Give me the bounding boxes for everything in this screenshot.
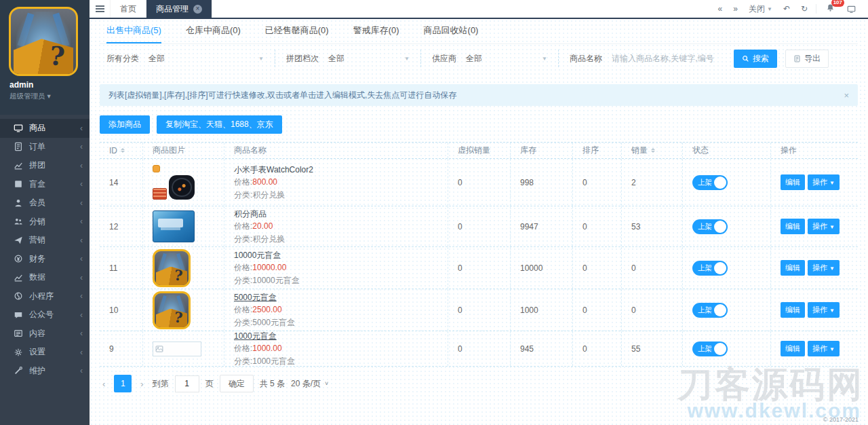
sort-icon[interactable]	[121, 148, 125, 153]
user-role-dropdown[interactable]: 超级管理员 ▾	[9, 92, 90, 101]
goods-id: 10	[100, 289, 143, 331]
refresh-icon[interactable]: ↻	[795, 4, 813, 14]
virtual-sales-value[interactable]: 0	[448, 206, 511, 246]
close-tabs-dropdown[interactable]: 关闭 ▼	[743, 3, 778, 15]
goods-icon	[14, 124, 23, 133]
prev-page-icon[interactable]: ‹	[100, 379, 108, 389]
sidebar-item-orders[interactable]: 订单‹	[0, 138, 90, 157]
sidebar-item-distribution[interactable]: 分销‹	[0, 212, 90, 232]
on-sale-toggle[interactable]: 上架	[692, 219, 728, 234]
goto-confirm-button[interactable]: 确定	[220, 375, 254, 392]
export-button[interactable]: 导出	[785, 50, 829, 68]
tab-recycle-bin[interactable]: 商品回收站(0)	[424, 19, 479, 43]
goods-name[interactable]: 小米手表WatchColor2	[234, 164, 313, 177]
search-icon	[742, 55, 749, 62]
chevron-down-icon: ˅	[325, 380, 328, 387]
sort-value[interactable]: 0	[573, 159, 622, 206]
on-sale-toggle[interactable]: 上架	[692, 261, 728, 276]
fullscreen-icon[interactable]	[842, 5, 861, 14]
stock-value[interactable]: 945	[511, 331, 573, 366]
goods-image-cell[interactable]: ?	[143, 247, 224, 289]
next-page-icon[interactable]: ›	[138, 379, 146, 389]
sidebar-item-wechat[interactable]: 公众号‹	[0, 306, 90, 325]
goods-image-cell[interactable]: ?	[143, 289, 224, 331]
sidebar-item-content[interactable]: 内容‹	[0, 325, 90, 344]
edit-button[interactable]: 编辑	[781, 260, 805, 276]
sidebar-item-settings[interactable]: 设置‹	[0, 343, 90, 362]
more-actions-button[interactable]: 操作▼	[808, 174, 840, 190]
group-tier-select[interactable]: 全部▼	[328, 53, 410, 64]
sidebar-item-member[interactable]: 会员‹	[0, 193, 90, 212]
sort-value[interactable]: 0	[573, 289, 622, 331]
tab-home[interactable]: 首页	[110, 0, 146, 18]
goods-name[interactable]: 10000元盲盒	[234, 249, 300, 262]
goods-image-cell[interactable]	[143, 206, 224, 246]
stock-value[interactable]: 10000	[511, 247, 573, 289]
edit-button[interactable]: 编辑	[781, 219, 805, 234]
more-actions-button[interactable]: 操作▼	[808, 341, 840, 356]
goto-page-input[interactable]	[175, 375, 199, 392]
goods-name[interactable]: 积分商品	[234, 208, 285, 221]
edit-button[interactable]: 编辑	[781, 302, 805, 318]
header-sales[interactable]: 销量	[622, 143, 683, 158]
more-actions-button[interactable]: 操作▼	[808, 260, 840, 276]
goods-name[interactable]: 5000元盲盒	[234, 291, 295, 304]
tab-goods-management[interactable]: 商品管理 ×	[146, 0, 212, 18]
goods-name[interactable]: 1000元盲盒	[234, 330, 295, 343]
virtual-sales-value[interactable]: 0	[448, 331, 511, 366]
goto-label: 到第	[153, 378, 169, 390]
header-id[interactable]: ID	[100, 143, 143, 158]
sidebar-item-blindbox[interactable]: 盲盒‹	[0, 175, 90, 194]
maintain-icon	[14, 366, 23, 375]
tab-sold-out[interactable]: 已经售罄商品(0)	[265, 19, 329, 43]
stock-value[interactable]: 1000	[511, 289, 573, 331]
sidebar-item-goods[interactable]: 商品‹	[0, 119, 90, 138]
per-page-select[interactable]: 20 条/页˅	[291, 378, 328, 390]
stock-value[interactable]: 998	[511, 159, 573, 206]
sort-icon[interactable]	[651, 148, 655, 153]
close-banner-icon[interactable]: ×	[844, 90, 849, 100]
sort-value[interactable]: 0	[573, 247, 622, 289]
sidebar-item-miniapp[interactable]: 小程序‹	[0, 287, 90, 306]
tab-on-sale[interactable]: 出售中商品(5)	[106, 19, 161, 43]
on-sale-toggle[interactable]: 上架	[692, 303, 728, 318]
tab-stock-alert[interactable]: 警戒库存(0)	[353, 19, 399, 43]
sidebar-item-groupbuy[interactable]: 拼团‹	[0, 156, 90, 175]
sidebar-item-maintain[interactable]: 维护‹	[0, 362, 90, 381]
edit-button[interactable]: 编辑	[781, 174, 805, 190]
notifications-button[interactable]: 107	[819, 3, 842, 14]
back-icon[interactable]: ↶	[778, 4, 795, 14]
scroll-left-icon[interactable]: «	[713, 4, 728, 14]
search-button[interactable]: 搜索	[734, 50, 777, 68]
on-sale-toggle[interactable]: 上架	[692, 341, 728, 356]
on-sale-toggle[interactable]: 上架	[692, 175, 728, 190]
menu-toggle-icon[interactable]	[90, 0, 110, 18]
add-goods-button[interactable]: 添加商品	[100, 115, 150, 134]
tab-in-warehouse[interactable]: 仓库中商品(0)	[186, 19, 241, 43]
goods-name-input[interactable]	[612, 54, 715, 63]
virtual-sales-value[interactable]: 0	[448, 159, 511, 206]
current-page-button[interactable]: 1	[114, 375, 132, 392]
table-row: 10 ? 5000元盲盒 价格:2500.00 分类:5000元盲盒 0 100…	[100, 289, 858, 331]
virtual-sales-value[interactable]: 0	[448, 289, 511, 331]
sort-value[interactable]: 0	[573, 331, 622, 366]
category-select[interactable]: 全部▼	[149, 53, 264, 64]
goods-image-cell[interactable]	[143, 159, 224, 206]
edit-button[interactable]: 编辑	[781, 341, 805, 356]
more-actions-button[interactable]: 操作▼	[808, 219, 840, 234]
virtual-sales-value[interactable]: 0	[448, 247, 511, 289]
close-tab-icon[interactable]: ×	[193, 5, 202, 14]
goods-status-tabs: 出售中商品(5) 仓库中商品(0) 已经售罄商品(0) 警戒库存(0) 商品回收…	[100, 19, 858, 44]
filter-bar: 所有分类 全部▼ 拼团档次 全部▼ 供应商 全部▼ 商品名称 搜索 导出	[100, 44, 858, 73]
scroll-right-icon[interactable]: »	[728, 4, 743, 14]
supplier-select[interactable]: 全部▼	[466, 53, 547, 64]
sort-value[interactable]: 0	[573, 206, 622, 246]
sales-value: 53	[622, 206, 683, 246]
copy-from-platforms-button[interactable]: 复制淘宝、天猫、1688、京东	[157, 115, 282, 134]
sidebar-item-finance[interactable]: 财务‹	[0, 250, 90, 269]
goods-image-cell[interactable]	[143, 331, 224, 366]
stock-value[interactable]: 9947	[511, 206, 573, 246]
more-actions-button[interactable]: 操作▼	[808, 302, 840, 318]
sidebar-item-data[interactable]: 数据‹	[0, 268, 90, 287]
sidebar-item-marketing[interactable]: 营销‹	[0, 231, 90, 250]
